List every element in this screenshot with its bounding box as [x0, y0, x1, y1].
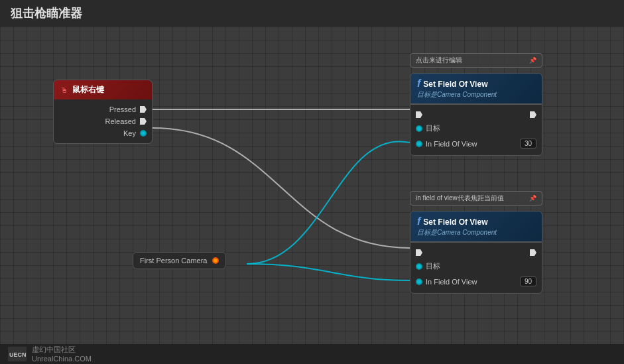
setfov1-comment: 点击来进行编辑 📌	[410, 53, 542, 68]
setfov2-func-icon: f	[417, 215, 420, 227]
set-fov-node-2: in field of view代表焦距当前值 📌 fSet Field Of …	[410, 211, 542, 294]
uecn-svg-logo: UECN	[8, 347, 27, 361]
mouse-node-label: 鼠标右键	[72, 84, 104, 95]
setfov1-exec-out-pin	[530, 111, 536, 118]
setfov1-body: 目标 In Field Of View 30	[410, 104, 542, 156]
setfov1-infov-label: In Field Of View	[426, 140, 477, 148]
setfov1-exec-in	[416, 111, 422, 118]
setfov1-exec-in-pin	[416, 111, 422, 118]
setfov1-title-row: fSet Field Of View	[417, 78, 535, 90]
setfov2-target-in: 目标	[416, 261, 440, 271]
pressed-label: Pressed	[109, 105, 136, 113]
setfov1-exec-out	[530, 111, 536, 118]
setfov1-target-pin	[416, 125, 422, 132]
setfov2-exec-in-pin	[416, 249, 422, 256]
setfov1-infov-value-side: 30	[520, 139, 536, 149]
site-name: 虚幻中国社区	[32, 345, 92, 354]
released-exec-pin	[140, 118, 147, 125]
set-fov-node-1: 点击来进行编辑 📌 fSet Field Of View 目标是Camera C…	[410, 73, 542, 156]
setfov1-comment-text: 点击来进行编辑	[416, 56, 462, 65]
mouse-icon: 🖱	[60, 86, 68, 95]
key-data-pin	[140, 130, 147, 137]
setfov1-target-label: 目标	[426, 123, 440, 133]
setfov1-func-icon: f	[417, 78, 420, 89]
setfov1-infov-row: In Field Of View 30	[410, 136, 542, 151]
site-url: UnrealChina.COM	[32, 354, 92, 363]
released-pin: Released	[54, 115, 152, 127]
setfov1-infov-in: In Field Of View	[416, 140, 477, 148]
camera-output-pin	[212, 257, 219, 264]
first-person-camera-node: First Person Camera	[133, 252, 226, 269]
setfov1-header: fSet Field Of View 目标是Camera Component	[410, 73, 542, 104]
setfov2-infov-pin	[416, 278, 422, 285]
site-logo: UECN 虚幻中国社区 UnrealChina.COM	[8, 345, 92, 364]
setfov2-exec-out	[530, 249, 536, 256]
setfov2-infov-row: In Field Of View 90	[410, 274, 542, 289]
mouse-right-click-node: 🖱 鼠标右键 Pressed Released Key	[53, 80, 153, 144]
setfov1-subtitle: 目标是Camera Component	[417, 90, 535, 99]
setfov2-target-label: 目标	[426, 261, 440, 271]
setfov2-exec-row	[410, 247, 542, 259]
setfov2-target-pin	[416, 263, 422, 270]
comment-pin-icon: 📌	[529, 57, 536, 64]
site-text: 虚幻中国社区 UnrealChina.COM	[32, 345, 92, 364]
comment2-pin-icon: 📌	[529, 195, 536, 202]
setfov1-exec-row	[410, 109, 542, 121]
mouse-node-body: Pressed Released Key	[54, 99, 152, 143]
setfov2-target-row: 目标	[410, 259, 542, 274]
setfov2-infov-in: In Field Of View	[416, 278, 477, 286]
setfov2-subtitle: 目标是Camera Component	[417, 228, 535, 237]
setfov1-target-in: 目标	[416, 123, 440, 133]
svg-text:UECN: UECN	[9, 351, 27, 358]
setfov1-infov-value[interactable]: 30	[520, 139, 536, 149]
setfov2-body: 目标 In Field Of View 90	[410, 242, 542, 294]
setfov1-target-row: 目标	[410, 121, 542, 136]
setfov2-func-label: Set Field Of View	[423, 217, 487, 227]
page-title: 狙击枪瞄准器	[11, 5, 82, 21]
setfov1-infov-pin	[416, 141, 422, 147]
pressed-pin: Pressed	[54, 103, 152, 115]
setfov2-infov-value[interactable]: 90	[520, 276, 536, 286]
setfov2-title-row: fSet Field Of View	[417, 215, 535, 227]
setfov2-comment-text: in field of view代表焦距当前值	[416, 194, 504, 203]
key-pin: Key	[54, 127, 152, 139]
setfov2-header: fSet Field Of View 目标是Camera Component	[410, 211, 542, 242]
setfov2-exec-out-pin	[530, 249, 536, 256]
camera-node-label: First Person Camera	[140, 257, 207, 265]
setfov2-infov-value-side: 90	[520, 276, 536, 286]
pressed-exec-pin	[140, 106, 147, 113]
title-bar: 狙击枪瞄准器	[0, 0, 624, 27]
setfov2-comment: in field of view代表焦距当前值 📌	[410, 191, 542, 206]
setfov2-exec-in	[416, 249, 422, 256]
bottom-bar: UECN 虚幻中国社区 UnrealChina.COM	[0, 344, 624, 364]
released-label: Released	[105, 117, 136, 125]
uecn-logo-icon: UECN	[8, 347, 27, 361]
mouse-node-header: 🖱 鼠标右键	[54, 80, 152, 99]
key-label: Key	[123, 129, 136, 137]
setfov1-func-label: Set Field Of View	[423, 80, 487, 89]
setfov2-infov-label: In Field Of View	[426, 278, 477, 286]
